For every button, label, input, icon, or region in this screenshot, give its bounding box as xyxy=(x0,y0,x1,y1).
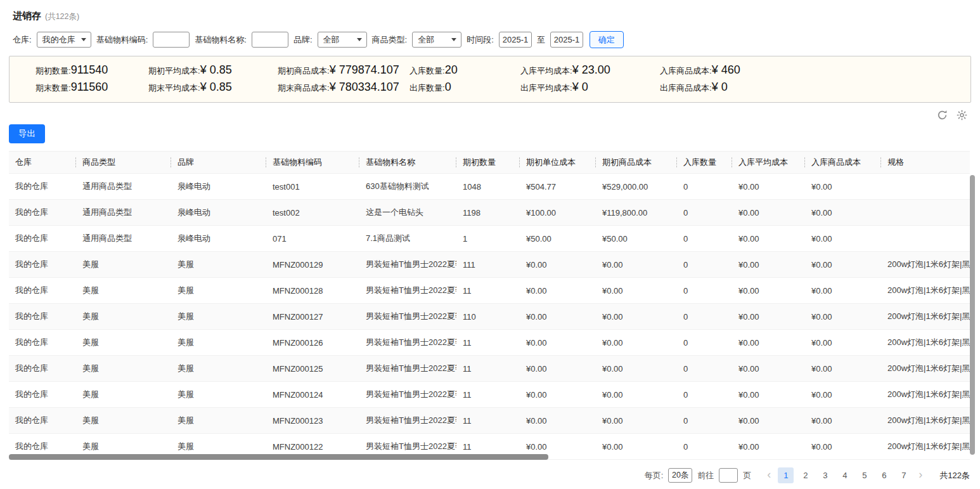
page-number-4[interactable]: 4 xyxy=(837,467,853,483)
page-number-2[interactable]: 2 xyxy=(797,467,813,483)
brand-select-value: 全部 xyxy=(323,34,340,46)
summary-item: 期末商品成本:¥ 780334.107 xyxy=(278,81,409,94)
summary-label: 期初平均成本: xyxy=(148,65,200,77)
table-cell: ¥0.00 xyxy=(732,174,805,199)
column-header: 基础物料编码 xyxy=(266,152,359,173)
table-cell: 0 xyxy=(677,174,732,199)
table-cell: ¥0.00 xyxy=(596,434,677,459)
summary-item: 期初数量:911540 xyxy=(35,63,148,77)
table-cell: ¥0.00 xyxy=(596,356,677,381)
summary-label: 入库平均成本: xyxy=(520,65,572,77)
table-cell: 11 xyxy=(456,382,520,407)
table-cell: MFNZ000123 xyxy=(266,408,359,433)
summary-value: ¥ 460 xyxy=(712,63,740,77)
table-cell: 美服 xyxy=(76,356,171,381)
page-number-7[interactable]: 7 xyxy=(896,467,912,483)
export-button[interactable]: 导出 xyxy=(9,124,45,143)
table-cell: 泉峰电动 xyxy=(171,200,266,225)
table-cell: 美服 xyxy=(171,330,266,355)
table-cell: 110 xyxy=(456,304,520,329)
table-cell: 我的仓库 xyxy=(9,278,76,303)
table-cell: ¥0.00 xyxy=(520,278,596,303)
chevron-down-icon xyxy=(81,38,86,41)
table-cell: 我的仓库 xyxy=(9,382,76,407)
table-cell: 男装短袖T恤男士2022夏季 xyxy=(359,408,456,433)
table-cell: 7.1商品测试 xyxy=(359,226,456,251)
refresh-icon[interactable] xyxy=(937,110,948,121)
material-code-input[interactable] xyxy=(153,32,190,48)
table-cell: MFNZ000128 xyxy=(266,278,359,303)
table-cell: 这是一个电钻头 xyxy=(359,200,456,225)
warehouse-select[interactable]: 我的仓库 xyxy=(37,32,91,48)
summary-item: 入库商品成本:¥ 460 xyxy=(660,63,964,77)
table-row: 我的仓库美服美服MFNZ000123男装短袖T恤男士2022夏季11¥0.00¥… xyxy=(9,408,970,434)
table-cell: 0 xyxy=(677,382,732,407)
table-cell: ¥0.00 xyxy=(732,434,805,459)
table-cell: 1198 xyxy=(456,200,520,225)
brand-select[interactable]: 全部 xyxy=(318,32,367,48)
table-cell: 11 xyxy=(456,330,520,355)
summary-value: ¥ 779874.107 xyxy=(330,63,399,77)
summary-label: 入库数量: xyxy=(409,65,445,77)
table-cell: ¥0.00 xyxy=(596,408,677,433)
page-number-1[interactable]: 1 xyxy=(778,467,794,483)
gear-icon[interactable] xyxy=(957,110,967,121)
table-cell: ¥0.00 xyxy=(520,252,596,277)
period-end-input[interactable] xyxy=(550,32,583,48)
per-page-input[interactable] xyxy=(668,468,692,483)
summary-value: ¥ 0.85 xyxy=(200,81,232,94)
table-row: 我的仓库美服美服MFNZ000128男装短袖T恤男士2022夏季11¥0.00¥… xyxy=(9,278,970,304)
column-header: 入库平均成本 xyxy=(732,152,805,173)
table-cell: ¥0.00 xyxy=(805,226,881,251)
summary-value: 911540 xyxy=(71,63,108,77)
table-cell: ¥529,000.00 xyxy=(596,174,677,199)
product-type-label: 商品类型: xyxy=(372,34,408,46)
table-cell: 200w灯泡|1米6灯架|黑色 xyxy=(881,252,970,277)
table-cell: 我的仓库 xyxy=(9,226,76,251)
column-header: 规格 xyxy=(881,152,970,173)
material-name-input[interactable] xyxy=(252,32,288,48)
table-cell: ¥0.00 xyxy=(805,408,881,433)
page-number-3[interactable]: 3 xyxy=(817,467,833,483)
table-cell: MFNZ000126 xyxy=(266,330,359,355)
page-number-6[interactable]: 6 xyxy=(876,467,892,483)
table-cell: ¥0.00 xyxy=(805,278,881,303)
table-cell: 美服 xyxy=(171,252,266,277)
chevron-down-icon xyxy=(451,38,456,41)
table-cell: 美服 xyxy=(76,304,171,329)
horizontal-scrollbar[interactable] xyxy=(9,454,548,460)
table-tools xyxy=(0,103,980,122)
column-header: 商品类型 xyxy=(76,152,171,173)
filter-bar: 仓库: 我的仓库 基础物料编码: 基础物料名称: 品牌: 全部 商品类型: 全部… xyxy=(0,22,980,56)
table-cell: ¥0.00 xyxy=(732,408,805,433)
table-cell: ¥0.00 xyxy=(732,200,805,225)
table-row: 我的仓库美服美服MFNZ000124男装短袖T恤男士2022夏季11¥0.00¥… xyxy=(9,382,970,408)
table-row: 我的仓库通用商品类型泉峰电动0717.1商品测试1¥50.00¥50.000¥0… xyxy=(9,226,970,252)
period-start-input[interactable] xyxy=(499,32,532,48)
column-header: 期初数量 xyxy=(456,152,520,173)
confirm-button[interactable]: 确定 xyxy=(590,31,624,48)
table-cell: 男装短袖T恤男士2022夏季 xyxy=(359,330,456,355)
prev-page-icon[interactable]: ‹ xyxy=(765,469,773,480)
table-cell: 200w灯泡|1米6灯架|黑色 xyxy=(881,382,970,407)
summary-value: ¥ 0 xyxy=(712,81,728,94)
table-cell: 0 xyxy=(677,330,732,355)
summary-value: 0 xyxy=(445,81,451,94)
next-page-icon[interactable]: › xyxy=(917,469,924,480)
total-count: 共122条 xyxy=(939,470,970,481)
table-cell: ¥504.77 xyxy=(520,174,596,199)
table-cell: MFNZ000125 xyxy=(266,356,359,381)
table-header-row: 仓库商品类型品牌基础物料编码基础物料名称期初数量期初单位成本期初商品成本入库数量… xyxy=(9,151,970,174)
table-cell: 美服 xyxy=(171,382,266,407)
page-unit-label: 页 xyxy=(743,470,751,481)
table-cell: 0 xyxy=(677,356,732,381)
vertical-scrollbar[interactable] xyxy=(970,175,975,455)
table-cell: 美服 xyxy=(76,408,171,433)
goto-page-input[interactable] xyxy=(719,468,738,483)
summary-label: 出库数量: xyxy=(409,82,445,94)
summary-item: 出库平均成本:¥ 0 xyxy=(520,81,660,94)
table-cell: ¥100.00 xyxy=(520,200,596,225)
summary-label: 期末平均成本: xyxy=(148,82,200,94)
page-number-5[interactable]: 5 xyxy=(856,467,872,483)
product-type-select[interactable]: 全部 xyxy=(412,32,461,48)
